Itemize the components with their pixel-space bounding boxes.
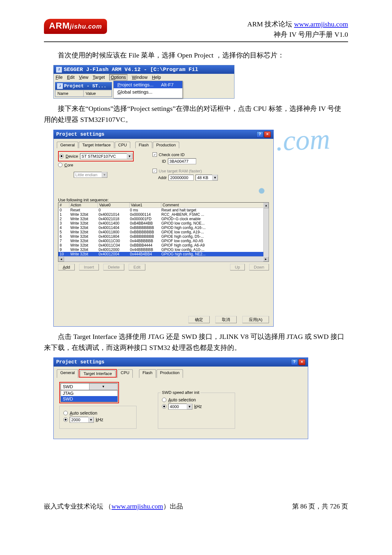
menu-help[interactable]: Help <box>152 75 161 80</box>
cancel-button[interactable]: 取消 <box>215 316 237 323</box>
chevron-down-icon[interactable]: ▼ <box>89 384 118 390</box>
tab-general[interactable]: General <box>57 369 78 378</box>
delete-button[interactable]: Delete <box>103 264 125 270</box>
radio-auto-before[interactable] <box>63 411 68 415</box>
col-value1[interactable]: Value1 <box>130 203 161 208</box>
chevron-down-icon: ▼ <box>102 172 107 178</box>
addr-value[interactable]: 20000000 <box>169 175 194 181</box>
radio-core[interactable] <box>58 163 62 167</box>
scrollbar-vertical[interactable]: ▲ <box>263 203 269 257</box>
use-ram-label: Use target RAM (faster) <box>159 169 202 173</box>
tab-production[interactable]: Production <box>153 142 179 148</box>
unit-label: kHz <box>96 417 103 422</box>
col-comment[interactable]: Comment <box>161 203 269 208</box>
group-title: SWD speed after init <box>161 390 201 395</box>
tab-target-interface[interactable]: Target Interface <box>79 142 114 148</box>
tab-strip: General Target Interface CPU Flash Produ… <box>54 139 273 148</box>
tab-target-interface[interactable]: Target Interface <box>80 370 115 377</box>
table-row[interactable]: 0Reset00 msReset and halt target <box>58 208 269 212</box>
id-value[interactable]: 3BA00477 <box>168 158 196 164</box>
option-jtag[interactable]: JTAG <box>61 390 117 396</box>
menu-window[interactable]: Window <box>132 75 148 80</box>
forum-label: ARM 技术论坛 <box>247 20 294 28</box>
table-row[interactable]: 5Write 32bit0x400118000xBBBBBBBBGPIOE lo… <box>58 230 269 234</box>
table-row[interactable]: 7Write 32bit0x40011C000x44BBBBBBGPIOF lo… <box>58 239 269 243</box>
column-name[interactable]: Name <box>55 90 83 97</box>
speed-before-value[interactable]: 2000 <box>70 417 88 423</box>
menu-view[interactable]: View <box>79 75 89 80</box>
radio-auto-after[interactable] <box>162 398 166 402</box>
column-value[interactable]: Value <box>83 90 112 97</box>
auto-label: Auto selection <box>70 411 97 416</box>
add-button[interactable]: Add <box>58 264 75 270</box>
up-button[interactable]: Up <box>230 264 245 270</box>
device-value: ST STM32F107VC <box>80 153 127 159</box>
site-logo: ARMjishu.com <box>44 19 107 34</box>
speed-after-value[interactable]: 4000 <box>168 404 187 410</box>
ok-button[interactable]: 确定 <box>188 316 210 323</box>
logo-main: ARM <box>49 21 70 30</box>
screenshot-project-settings-interface: Project settings ? × General Target Inte… <box>53 357 308 439</box>
close-button[interactable]: × <box>298 359 305 365</box>
addr-label: Addr <box>158 175 167 180</box>
table-row[interactable]: 4Write 32bit0x400114040xBBBBBBBBGPIOD hi… <box>58 226 269 230</box>
check-core-id[interactable] <box>153 152 157 157</box>
subwindow-title: Project - ST... <box>64 84 106 89</box>
chevron-down-icon[interactable]: ▼ <box>88 417 94 423</box>
close-button[interactable]: × <box>264 131 271 138</box>
col-num[interactable]: # <box>58 203 69 208</box>
scrollbar-horizontal[interactable]: ◄► <box>58 256 269 262</box>
forum-link[interactable]: www.armjishu.com <box>294 20 348 28</box>
menu-options[interactable]: Options <box>109 74 127 80</box>
table-row[interactable]: 9Write 32bit0x400120000x44BBBBBBGPIOG lo… <box>58 248 269 252</box>
init-sequence-list[interactable]: # Action Value0 Value1 Comment 0Reset00 … <box>58 202 269 262</box>
chevron-down-icon[interactable]: ▼ <box>127 153 132 159</box>
table-row[interactable]: 6Write 32bit0x400118040xBBBBBBBBGPIOE hi… <box>58 234 269 239</box>
help-button[interactable]: ? <box>291 359 298 365</box>
check-use-ram <box>153 169 157 173</box>
chevron-down-icon[interactable]: ▼ <box>187 404 192 410</box>
help-button[interactable]: ? <box>256 131 263 138</box>
tab-cpu[interactable]: CPU <box>117 369 133 378</box>
tab-production[interactable]: Production <box>157 369 183 378</box>
core-label: Core <box>64 163 73 167</box>
chevron-down-icon[interactable]: ▼ <box>212 175 218 181</box>
unit-label: kHz <box>194 404 202 409</box>
dialog-title: Project settings <box>56 359 105 365</box>
menu-edit[interactable]: Edit <box>67 75 74 80</box>
menuitem-global-settings[interactable]: Global settings... <box>114 88 182 95</box>
interface-combo[interactable]: SWD ▼ <box>61 383 118 390</box>
col-action[interactable]: Action <box>69 203 98 208</box>
menu-target[interactable]: Target <box>93 75 105 80</box>
tab-flash[interactable]: Flash <box>139 369 156 378</box>
menu-file[interactable]: FFileile <box>56 75 63 80</box>
down-button[interactable]: Down <box>249 264 269 270</box>
edit-button[interactable]: Edit <box>129 264 145 270</box>
window-titlebar: J SEGGER J-Flash ARM V4.12 - [C:\Program… <box>54 65 234 74</box>
ram-size: 48 KB <box>196 175 212 181</box>
tab-general[interactable]: General <box>57 142 78 148</box>
table-row[interactable]: 1Write 32bit0x400210140x00000114RCC_AHBE… <box>58 212 269 217</box>
watermark: .com <box>275 123 330 157</box>
table-row[interactable]: 8Write 32bit0x40011C040xBBBB4444GPIOF hi… <box>58 243 269 248</box>
radio-manual-before[interactable] <box>63 417 68 422</box>
device-combo[interactable]: ST STM32F107VC ▼ <box>80 153 132 159</box>
table-row[interactable]: 2Write 32bit0x400210180x000001FDGPIOD~G … <box>58 217 269 221</box>
option-swd[interactable]: SWD <box>61 396 117 402</box>
insert-button[interactable]: Insert <box>79 264 99 270</box>
logo-sub: jishu.com <box>70 23 102 30</box>
paragraph-2: 接下来在“Options”选择“Project settings”在弹出的对话框… <box>44 103 348 125</box>
footer-link[interactable]: www.armjishu.com <box>111 503 163 510</box>
col-value0[interactable]: Value0 <box>98 203 130 208</box>
apply-button[interactable]: 应用(A) <box>242 316 269 323</box>
menuitem-project-settings[interactable]: PProject settings...roject settings... A… <box>114 81 182 88</box>
radio-device[interactable] <box>59 154 64 158</box>
table-row[interactable]: 10Write 32bit0x400120040x444B4BB4GPIOG h… <box>58 252 269 256</box>
radio-manual-after[interactable] <box>162 404 166 409</box>
table-row[interactable]: 3Write 32bit0x400114000xB4BB44BBGPIOD lo… <box>58 221 269 226</box>
tab-cpu[interactable]: CPU <box>115 142 130 148</box>
app-icon: J <box>56 67 62 73</box>
tab-flash[interactable]: Flash <box>135 142 152 148</box>
interface-selected: SWD <box>61 384 89 390</box>
id-label: ID <box>162 159 166 164</box>
